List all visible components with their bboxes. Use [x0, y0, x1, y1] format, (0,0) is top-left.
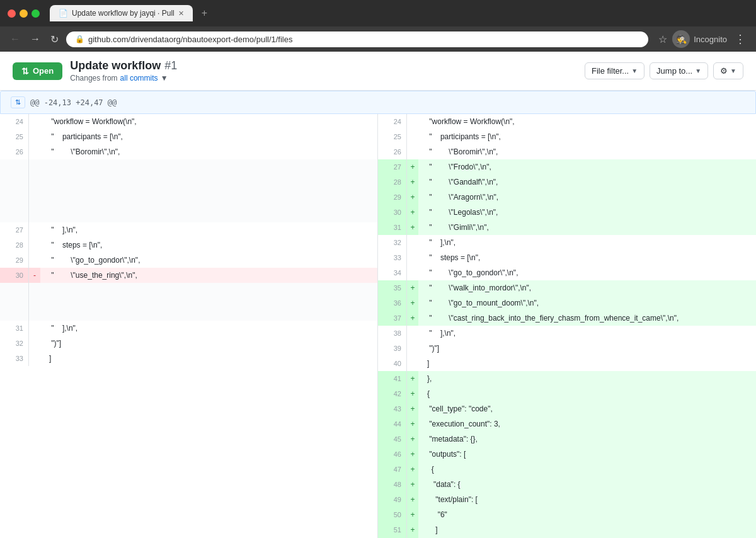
diff-line: 32 ")"]	[0, 336, 377, 351]
line-code: " \"Boromir\",\n",	[40, 144, 377, 159]
line-sign: +	[407, 386, 418, 401]
line-code: " ],\n",	[40, 321, 377, 336]
line-number: 24	[378, 114, 407, 129]
minimize-dot[interactable]	[20, 9, 28, 18]
line-sign	[407, 129, 418, 144]
line-sign	[407, 250, 418, 265]
open-button[interactable]: ⇅ Open	[13, 62, 62, 80]
pr-subtitle: Changes from all commits ▼	[70, 74, 177, 83]
line-code: {	[418, 386, 756, 401]
diff-line: 26 " \"Boromir\",\n",	[378, 144, 756, 159]
diff-line: 33 ]	[0, 351, 377, 366]
line-code: " \"Gandalf\",\n",	[418, 175, 756, 190]
forward-button[interactable]: →	[28, 32, 43, 46]
line-code	[40, 172, 377, 185]
url-text: github.com/drivendataorg/nbautoexport-de…	[88, 35, 292, 44]
line-sign	[29, 185, 40, 197]
diff-line: 31+ " \"Gimli\",\n",	[378, 220, 756, 235]
line-number: 41	[378, 371, 407, 386]
diff-line: 29 " \"go_to_gondor\",\n",	[0, 253, 377, 268]
diff-line: 51+ ]	[378, 522, 756, 537]
diff-line	[0, 295, 377, 308]
diff-line: 35+ " \"walk_into_mordor\",\n",	[378, 280, 756, 295]
diff-container: ⇅ @@ -24,13 +24,47 @@ 24 "workflow = Wor…	[0, 91, 756, 538]
back-button[interactable]: ←	[8, 32, 23, 46]
expand-button[interactable]: ⇅	[11, 96, 25, 108]
line-number: 31	[0, 321, 29, 336]
line-sign: +	[407, 432, 418, 447]
diff-line: 50+ "6"	[378, 507, 756, 522]
jump-to-button[interactable]: Jump to... ▼	[650, 62, 708, 79]
line-code: " participants = [\n",	[40, 129, 377, 144]
line-number: 50	[378, 507, 407, 522]
line-sign	[29, 197, 40, 210]
line-number: 33	[0, 351, 29, 366]
line-number	[0, 197, 29, 210]
line-number: 35	[378, 280, 407, 295]
line-number	[0, 210, 29, 222]
line-sign: +	[407, 492, 418, 507]
browser-chrome: 📄 Update workflow by jayqi · Pull ✕ +	[0, 0, 756, 26]
diff-left-side: 24 "workflow = Workflow(\n",25 " partici…	[0, 114, 378, 538]
diff-line: 30+ " \"Legolas\",\n",	[378, 205, 756, 220]
maximize-dot[interactable]	[32, 9, 40, 18]
line-number	[0, 295, 29, 308]
line-sign: +	[407, 416, 418, 432]
line-code	[40, 210, 377, 222]
line-number	[0, 283, 29, 295]
toolbar: File filter... ▼ Jump to... ▼ ⚙ ▼	[585, 62, 743, 79]
close-dot[interactable]	[8, 9, 16, 18]
line-number: 49	[378, 492, 407, 507]
settings-icon: ⚙	[720, 66, 728, 76]
diff-line: 25 " participants = [\n",	[0, 129, 377, 144]
line-sign	[407, 326, 418, 341]
line-code: " \"walk_into_mordor\",\n",	[418, 280, 756, 295]
line-code: " steps = [\n",	[40, 238, 377, 253]
address-bar[interactable]: 🔒 github.com/drivendataorg/nbautoexport-…	[66, 31, 648, 47]
diff-line: 32 " ],\n",	[378, 235, 756, 250]
line-sign	[407, 356, 418, 371]
more-button[interactable]: ⋮	[732, 31, 748, 47]
file-filter-label: File filter...	[592, 66, 629, 76]
browser-nav: ← → ↻ 🔒 github.com/drivendataorg/nbautoe…	[0, 26, 756, 52]
line-code: " \"Legolas\",\n",	[418, 205, 756, 220]
line-number: 36	[378, 295, 407, 311]
diff-line: 24 "workflow = Workflow(\n",	[0, 114, 377, 129]
line-sign	[29, 144, 40, 159]
diff-line: 45+ "metadata": {},	[378, 432, 756, 447]
diff-line: 48+ "data": {	[378, 477, 756, 492]
line-code	[40, 308, 377, 321]
line-sign: +	[407, 311, 418, 326]
line-code: " ],\n",	[418, 235, 756, 250]
incognito-icon: 🕵	[672, 30, 690, 48]
line-number: 43	[378, 401, 407, 416]
line-number: 30	[378, 205, 407, 220]
file-filter-button[interactable]: File filter... ▼	[585, 62, 644, 79]
diff-line: 39 ")"]	[378, 341, 756, 356]
new-tab-button[interactable]: +	[202, 8, 207, 19]
diff-line: 27+ " \"Frodo\",\n",	[378, 159, 756, 175]
line-code	[40, 283, 377, 295]
hunk-header: ⇅ @@ -24,13 +24,47 @@	[0, 91, 756, 114]
line-number	[0, 185, 29, 197]
incognito-label: Incognito	[694, 35, 727, 44]
line-number	[0, 172, 29, 185]
line-number: 33	[378, 250, 407, 265]
diff-line: 24 "workflow = Workflow(\n",	[378, 114, 756, 129]
pr-title-area: Update workflow #1 Changes from all comm…	[70, 59, 177, 83]
settings-button[interactable]: ⚙ ▼	[713, 62, 743, 79]
line-number: 28	[378, 175, 407, 190]
diff-line: 34 " \"go_to_gondor\",\n",	[378, 265, 756, 280]
bookmark-icon[interactable]: ☆	[658, 33, 667, 45]
line-code: "execution_count": 3,	[418, 416, 756, 432]
commits-link[interactable]: all commits	[120, 74, 158, 83]
reload-button[interactable]: ↻	[48, 32, 61, 47]
settings-caret: ▼	[730, 67, 736, 74]
line-sign: +	[407, 175, 418, 190]
tab-close-icon[interactable]: ✕	[178, 9, 184, 18]
commits-caret[interactable]: ▼	[161, 74, 168, 83]
line-code: " \"Frodo\",\n",	[418, 159, 756, 175]
line-code: "data": {	[418, 477, 756, 492]
browser-tab[interactable]: 📄 Update workflow by jayqi · Pull ✕	[50, 5, 193, 21]
line-code: "metadata": {},	[418, 432, 756, 447]
